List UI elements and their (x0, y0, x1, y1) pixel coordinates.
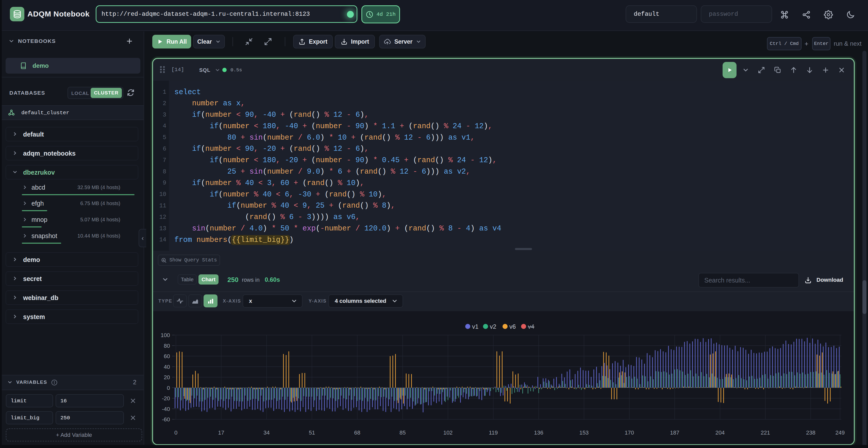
svg-text:-60: -60 (162, 416, 170, 423)
svg-text:221: 221 (761, 429, 770, 436)
svg-text:100: 100 (161, 332, 170, 338)
svg-text:249: 249 (836, 429, 845, 436)
svg-text:20: 20 (164, 374, 170, 381)
svg-text:v4: v4 (528, 323, 534, 330)
svg-text:17: 17 (218, 429, 224, 436)
svg-text:204: 204 (715, 429, 725, 436)
svg-text:0: 0 (167, 385, 170, 391)
svg-text:v1: v1 (472, 323, 478, 330)
svg-text:51: 51 (309, 429, 315, 436)
svg-text:238: 238 (806, 429, 815, 436)
svg-text:-20: -20 (162, 395, 170, 401)
svg-text:80: 80 (164, 343, 170, 349)
svg-text:153: 153 (580, 429, 589, 436)
svg-text:102: 102 (443, 429, 453, 436)
svg-text:v2: v2 (490, 323, 496, 330)
svg-text:119: 119 (489, 429, 498, 436)
svg-text:40: 40 (164, 364, 170, 370)
svg-text:68: 68 (354, 429, 360, 436)
svg-text:34: 34 (264, 429, 270, 436)
svg-text:v6: v6 (509, 323, 516, 330)
svg-text:136: 136 (534, 429, 544, 436)
svg-text:-40: -40 (162, 406, 170, 412)
svg-text:60: 60 (164, 353, 170, 359)
svg-text:170: 170 (625, 429, 634, 436)
svg-text:85: 85 (400, 429, 406, 436)
svg-text:187: 187 (670, 429, 679, 436)
svg-text:0: 0 (174, 429, 177, 436)
